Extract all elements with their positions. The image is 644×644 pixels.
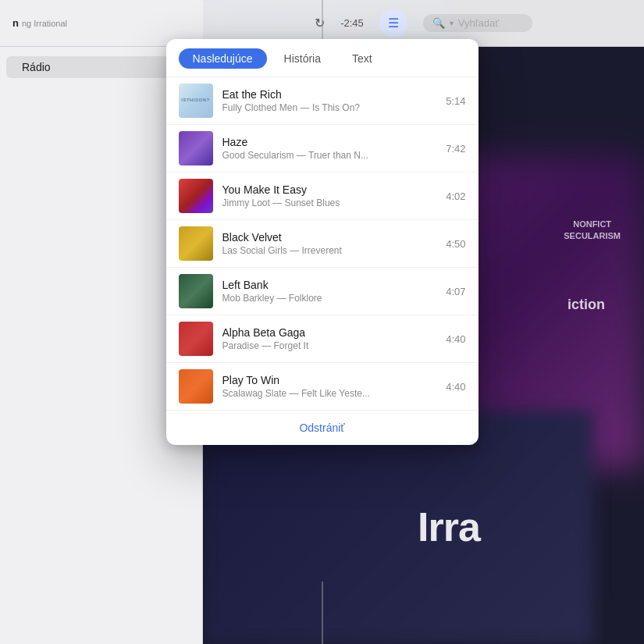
track-title-0: Eat the Rich — [222, 88, 440, 101]
album-art-5 — [179, 322, 213, 356]
track-meta-0: Fully Clothed Men — Is This On? — [222, 102, 440, 113]
tab-lyrics[interactable]: Text — [338, 48, 386, 69]
table-row[interactable]: Haze Good Secularism — Truer than N... 7… — [166, 125, 479, 173]
now-playing-subtitle: ng Irrational — [22, 19, 67, 28]
sidebar-radio-label: Rádio — [22, 61, 51, 73]
table-row[interactable]: Play To Win Scalawag Slate — Felt Like Y… — [166, 363, 479, 410]
bottom-pointer-line — [322, 582, 322, 644]
track-duration-5: 4:40 — [446, 333, 465, 345]
search-bar[interactable]: 🔍 ▾ Vyhľadať — [423, 14, 532, 32]
table-row[interactable]: You Make It Easy Jimmy Loot — Sunset Blu… — [166, 173, 479, 220]
track-duration-6: 4:40 — [446, 381, 465, 393]
track-details-4: Left Bank Mob Barkley — Folklore — [222, 279, 440, 304]
track-details-6: Play To Win Scalawag Slate — Felt Like Y… — [222, 374, 440, 399]
track-title-3: Black Velvet — [222, 231, 440, 244]
track-duration-3: 4:50 — [446, 238, 465, 250]
album-bg-3 — [203, 410, 593, 644]
repeat-icon[interactable]: ↻ — [315, 16, 325, 30]
bg-text-iction: iction — [568, 297, 605, 313]
track-details-3: Black Velvet Las Social Girls — Irrevere… — [222, 231, 440, 256]
album-art-4 — [179, 274, 213, 308]
track-details-2: You Make It Easy Jimmy Loot — Sunset Blu… — [222, 183, 440, 208]
track-duration-1: 7:42 — [446, 143, 465, 155]
track-meta-5: Paradise — Forget It — [222, 340, 440, 351]
track-details-0: Eat the Rich Fully Clothed Men — Is This… — [222, 88, 440, 113]
remove-button[interactable]: Odstrániť — [299, 422, 344, 434]
track-meta-2: Jimmy Loot — Sunset Blues — [222, 197, 440, 208]
track-duration-2: 4:02 — [446, 190, 465, 202]
queue-button[interactable]: ☰ — [379, 9, 407, 37]
track-list: ISTHISON? Eat the Rich Fully Clothed Men… — [166, 77, 479, 410]
top-bar-center: ↻ -2:45 ☰ 🔍 ▾ Vyhľadať — [203, 9, 644, 37]
tabs-row: Nasledujúce História Text — [166, 39, 479, 77]
track-title-4: Left Bank — [222, 279, 440, 291]
track-title-1: Haze — [222, 136, 440, 148]
search-icon: 🔍 — [432, 17, 445, 29]
track-title-2: You Make It Easy — [222, 183, 440, 196]
now-playing-title: n — [12, 17, 19, 29]
tab-next[interactable]: Nasledujúce — [179, 48, 267, 69]
search-placeholder-text: Vyhľadať — [458, 17, 499, 29]
track-title-6: Play To Win — [222, 374, 440, 386]
top-pointer-line — [322, 0, 322, 39]
track-meta-1: Good Secularism — Truer than N... — [222, 150, 440, 161]
search-chevron-icon: ▾ — [450, 19, 454, 27]
album-art-2 — [179, 179, 213, 213]
queue-icon: ☰ — [388, 16, 399, 30]
top-bar-left: n ng Irrational — [0, 17, 203, 29]
track-details-5: Alpha Beta Gaga Paradise — Forget It — [222, 326, 440, 351]
track-details-1: Haze Good Secularism — Truer than N... — [222, 136, 440, 161]
track-meta-3: Las Social Girls — Irreverent — [222, 245, 440, 256]
bg-text-irra: Irra — [418, 503, 480, 550]
track-duration-0: 5:14 — [446, 95, 465, 107]
track-title-5: Alpha Beta Gaga — [222, 326, 440, 339]
table-row[interactable]: Left Bank Mob Barkley — Folklore 4:07 — [166, 268, 479, 315]
queue-popup: Nasledujúce História Text ISTHISON? Eat … — [166, 39, 479, 445]
album-art-6 — [179, 369, 213, 404]
track-duration-4: 4:07 — [446, 286, 465, 297]
remove-row: Odstrániť — [166, 410, 479, 445]
timer-display: -2:45 — [340, 17, 364, 29]
table-row[interactable]: Alpha Beta Gaga Paradise — Forget It 4:4… — [166, 315, 479, 363]
table-row[interactable]: Black Velvet Las Social Girls — Irrevere… — [166, 220, 479, 268]
tab-history[interactable]: História — [270, 48, 335, 69]
album-art-0: ISTHISON? — [179, 84, 213, 118]
table-row[interactable]: ISTHISON? Eat the Rich Fully Clothed Men… — [166, 77, 479, 125]
track-meta-6: Scalawag Slate — Felt Like Yeste... — [222, 388, 440, 399]
bg-text-nonfict: NONFICTSECULARISM — [564, 219, 621, 243]
track-meta-4: Mob Barkley — Folklore — [222, 293, 440, 304]
album-art-3 — [179, 226, 213, 261]
album-art-1 — [179, 131, 213, 165]
